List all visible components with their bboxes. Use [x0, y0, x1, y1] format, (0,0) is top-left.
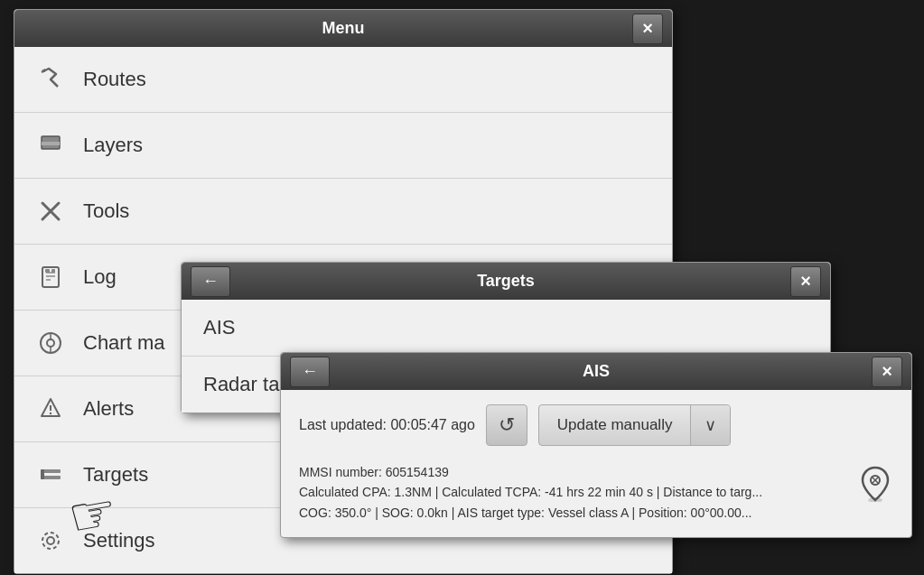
tools-icon	[33, 193, 69, 229]
targets-icon	[33, 457, 69, 493]
menu-item-routes-label: Routes	[83, 68, 146, 91]
svg-point-20	[47, 537, 54, 544]
menu-item-settings-label: Settings	[83, 529, 155, 552]
settings-icon	[33, 523, 69, 559]
targets-close-button[interactable]: ×	[790, 266, 821, 297]
svg-rect-2	[42, 142, 60, 145]
ais-refresh-button[interactable]: ↺	[486, 404, 527, 446]
ais-cog-line: COG: 350.0° | SOG: 0.0kn | AIS target ty…	[299, 503, 762, 523]
alerts-icon	[33, 391, 69, 427]
targets-title: Targets	[477, 272, 535, 291]
svg-point-16	[50, 413, 51, 414]
menu-item-tools[interactable]: Tools	[14, 179, 672, 245]
layers-icon	[33, 127, 69, 163]
refresh-icon: ↺	[499, 413, 515, 437]
targets-item-ais[interactable]: AIS	[182, 300, 830, 357]
ais-update-chevron[interactable]: ∨	[690, 405, 730, 445]
menu-item-chart-ma-label: Chart ma	[83, 331, 164, 355]
targets-titlebar: ← Targets ×	[182, 263, 830, 300]
svg-point-21	[42, 533, 59, 549]
chart-ma-icon	[33, 325, 69, 361]
ais-back-button[interactable]: ←	[290, 357, 330, 387]
menu-item-tools-label: Tools	[83, 199, 129, 223]
menu-item-alerts-label: Alerts	[83, 397, 134, 421]
log-icon	[33, 259, 69, 295]
svg-rect-9	[45, 269, 50, 273]
svg-rect-5	[42, 267, 59, 287]
ais-location-icon	[857, 466, 893, 502]
ais-mmsi-line: MMSI number: 605154139	[299, 462, 762, 482]
menu-item-routes[interactable]: Routes	[14, 47, 672, 113]
ais-cpa-line: Calculated CPA: 1.3NM | Calculated TCPA:…	[299, 482, 762, 502]
ais-last-updated-label: Last updated: 00:05:47 ago	[299, 417, 475, 433]
svg-point-12	[47, 339, 54, 347]
ais-body: Last updated: 00:05:47 ago ↺ Update manu…	[281, 390, 911, 537]
menu-item-layers-label: Layers	[83, 134, 143, 157]
chevron-down-icon: ∨	[705, 415, 716, 435]
menu-item-log-label: Log	[83, 265, 117, 289]
ais-title: AIS	[583, 362, 610, 381]
menu-title: Menu	[322, 19, 365, 37]
ais-info-row: MMSI number: 605154139 Calculated CPA: 1…	[299, 462, 893, 523]
ais-update-manually-label: Update manually	[539, 416, 691, 434]
routes-icon	[33, 61, 69, 97]
svg-rect-10	[51, 269, 55, 273]
ais-update-row: Last updated: 00:05:47 ago ↺ Update manu…	[299, 404, 893, 446]
svg-rect-19	[41, 469, 44, 479]
ais-info-text: MMSI number: 605154139 Calculated CPA: 1…	[299, 462, 762, 523]
menu-item-targets-label: Targets	[83, 463, 148, 487]
menu-titlebar: Menu ×	[14, 10, 672, 47]
targets-ais-label: AIS	[203, 316, 235, 339]
targets-back-button[interactable]: ←	[191, 266, 230, 297]
menu-item-layers[interactable]: Layers	[14, 113, 672, 179]
ais-close-button[interactable]: ×	[872, 357, 902, 387]
ais-window: ← AIS × Last updated: 00:05:47 ago ↺ Upd…	[280, 352, 912, 538]
menu-close-button[interactable]: ×	[632, 14, 663, 44]
ais-titlebar: ← AIS ×	[281, 353, 911, 390]
ais-update-manually-button[interactable]: Update manually ∨	[538, 404, 732, 446]
